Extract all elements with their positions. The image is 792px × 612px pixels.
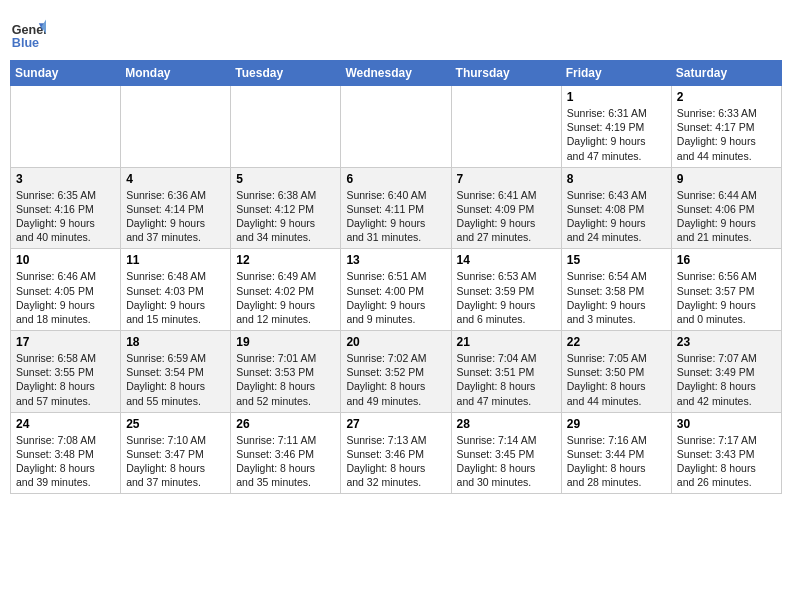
calendar-cell: 10Sunrise: 6:46 AMSunset: 4:05 PMDayligh… xyxy=(11,249,121,331)
calendar-cell: 8Sunrise: 6:43 AMSunset: 4:08 PMDaylight… xyxy=(561,167,671,249)
calendar-cell: 23Sunrise: 7:07 AMSunset: 3:49 PMDayligh… xyxy=(671,331,781,413)
calendar-cell: 14Sunrise: 6:53 AMSunset: 3:59 PMDayligh… xyxy=(451,249,561,331)
calendar-cell: 18Sunrise: 6:59 AMSunset: 3:54 PMDayligh… xyxy=(121,331,231,413)
day-number: 22 xyxy=(567,335,666,349)
calendar-table: SundayMondayTuesdayWednesdayThursdayFrid… xyxy=(10,60,782,494)
calendar-cell: 5Sunrise: 6:38 AMSunset: 4:12 PMDaylight… xyxy=(231,167,341,249)
calendar-cell: 4Sunrise: 6:36 AMSunset: 4:14 PMDaylight… xyxy=(121,167,231,249)
day-number: 15 xyxy=(567,253,666,267)
svg-text:Blue: Blue xyxy=(12,36,39,50)
day-info: Sunrise: 6:35 AMSunset: 4:16 PMDaylight:… xyxy=(16,188,115,245)
day-number: 18 xyxy=(126,335,225,349)
day-number: 11 xyxy=(126,253,225,267)
weekday-header-wednesday: Wednesday xyxy=(341,61,451,86)
day-info: Sunrise: 7:04 AMSunset: 3:51 PMDaylight:… xyxy=(457,351,556,408)
day-number: 24 xyxy=(16,417,115,431)
day-info: Sunrise: 6:33 AMSunset: 4:17 PMDaylight:… xyxy=(677,106,776,163)
day-info: Sunrise: 6:53 AMSunset: 3:59 PMDaylight:… xyxy=(457,269,556,326)
calendar-cell: 20Sunrise: 7:02 AMSunset: 3:52 PMDayligh… xyxy=(341,331,451,413)
day-number: 19 xyxy=(236,335,335,349)
calendar-cell: 16Sunrise: 6:56 AMSunset: 3:57 PMDayligh… xyxy=(671,249,781,331)
day-info: Sunrise: 6:31 AMSunset: 4:19 PMDaylight:… xyxy=(567,106,666,163)
day-info: Sunrise: 6:41 AMSunset: 4:09 PMDaylight:… xyxy=(457,188,556,245)
calendar-cell xyxy=(231,86,341,168)
day-number: 29 xyxy=(567,417,666,431)
calendar-cell: 1Sunrise: 6:31 AMSunset: 4:19 PMDaylight… xyxy=(561,86,671,168)
day-info: Sunrise: 6:46 AMSunset: 4:05 PMDaylight:… xyxy=(16,269,115,326)
calendar-cell: 6Sunrise: 6:40 AMSunset: 4:11 PMDaylight… xyxy=(341,167,451,249)
calendar-cell: 7Sunrise: 6:41 AMSunset: 4:09 PMDaylight… xyxy=(451,167,561,249)
day-number: 5 xyxy=(236,172,335,186)
calendar-cell: 9Sunrise: 6:44 AMSunset: 4:06 PMDaylight… xyxy=(671,167,781,249)
day-number: 23 xyxy=(677,335,776,349)
calendar-cell: 2Sunrise: 6:33 AMSunset: 4:17 PMDaylight… xyxy=(671,86,781,168)
day-info: Sunrise: 7:07 AMSunset: 3:49 PMDaylight:… xyxy=(677,351,776,408)
day-number: 17 xyxy=(16,335,115,349)
calendar-cell: 24Sunrise: 7:08 AMSunset: 3:48 PMDayligh… xyxy=(11,412,121,494)
day-info: Sunrise: 6:48 AMSunset: 4:03 PMDaylight:… xyxy=(126,269,225,326)
calendar-cell xyxy=(451,86,561,168)
day-number: 21 xyxy=(457,335,556,349)
day-info: Sunrise: 7:02 AMSunset: 3:52 PMDaylight:… xyxy=(346,351,445,408)
day-info: Sunrise: 6:49 AMSunset: 4:02 PMDaylight:… xyxy=(236,269,335,326)
day-number: 4 xyxy=(126,172,225,186)
day-number: 28 xyxy=(457,417,556,431)
calendar-week-5: 24Sunrise: 7:08 AMSunset: 3:48 PMDayligh… xyxy=(11,412,782,494)
day-number: 9 xyxy=(677,172,776,186)
day-info: Sunrise: 6:40 AMSunset: 4:11 PMDaylight:… xyxy=(346,188,445,245)
day-info: Sunrise: 6:44 AMSunset: 4:06 PMDaylight:… xyxy=(677,188,776,245)
day-number: 30 xyxy=(677,417,776,431)
day-info: Sunrise: 7:16 AMSunset: 3:44 PMDaylight:… xyxy=(567,433,666,490)
calendar-cell: 19Sunrise: 7:01 AMSunset: 3:53 PMDayligh… xyxy=(231,331,341,413)
calendar-cell: 15Sunrise: 6:54 AMSunset: 3:58 PMDayligh… xyxy=(561,249,671,331)
calendar-cell: 3Sunrise: 6:35 AMSunset: 4:16 PMDaylight… xyxy=(11,167,121,249)
day-info: Sunrise: 6:56 AMSunset: 3:57 PMDaylight:… xyxy=(677,269,776,326)
day-number: 8 xyxy=(567,172,666,186)
calendar-cell: 27Sunrise: 7:13 AMSunset: 3:46 PMDayligh… xyxy=(341,412,451,494)
logo-icon: General Blue xyxy=(10,16,46,52)
logo: General Blue xyxy=(10,16,52,52)
day-number: 20 xyxy=(346,335,445,349)
day-info: Sunrise: 7:08 AMSunset: 3:48 PMDaylight:… xyxy=(16,433,115,490)
calendar-cell: 13Sunrise: 6:51 AMSunset: 4:00 PMDayligh… xyxy=(341,249,451,331)
weekday-header-monday: Monday xyxy=(121,61,231,86)
weekday-header-friday: Friday xyxy=(561,61,671,86)
weekday-header-tuesday: Tuesday xyxy=(231,61,341,86)
calendar-header: SundayMondayTuesdayWednesdayThursdayFrid… xyxy=(11,61,782,86)
day-info: Sunrise: 7:11 AMSunset: 3:46 PMDaylight:… xyxy=(236,433,335,490)
day-info: Sunrise: 7:05 AMSunset: 3:50 PMDaylight:… xyxy=(567,351,666,408)
calendar-cell: 11Sunrise: 6:48 AMSunset: 4:03 PMDayligh… xyxy=(121,249,231,331)
calendar-week-4: 17Sunrise: 6:58 AMSunset: 3:55 PMDayligh… xyxy=(11,331,782,413)
calendar-cell xyxy=(341,86,451,168)
calendar-week-3: 10Sunrise: 6:46 AMSunset: 4:05 PMDayligh… xyxy=(11,249,782,331)
day-number: 2 xyxy=(677,90,776,104)
day-number: 16 xyxy=(677,253,776,267)
weekday-header-sunday: Sunday xyxy=(11,61,121,86)
calendar-body: 1Sunrise: 6:31 AMSunset: 4:19 PMDaylight… xyxy=(11,86,782,494)
calendar-cell xyxy=(121,86,231,168)
day-info: Sunrise: 6:58 AMSunset: 3:55 PMDaylight:… xyxy=(16,351,115,408)
day-number: 14 xyxy=(457,253,556,267)
weekday-header-row: SundayMondayTuesdayWednesdayThursdayFrid… xyxy=(11,61,782,86)
day-number: 27 xyxy=(346,417,445,431)
day-info: Sunrise: 6:36 AMSunset: 4:14 PMDaylight:… xyxy=(126,188,225,245)
calendar-cell: 21Sunrise: 7:04 AMSunset: 3:51 PMDayligh… xyxy=(451,331,561,413)
day-info: Sunrise: 7:13 AMSunset: 3:46 PMDaylight:… xyxy=(346,433,445,490)
day-number: 25 xyxy=(126,417,225,431)
calendar-cell: 30Sunrise: 7:17 AMSunset: 3:43 PMDayligh… xyxy=(671,412,781,494)
calendar-cell xyxy=(11,86,121,168)
day-info: Sunrise: 7:10 AMSunset: 3:47 PMDaylight:… xyxy=(126,433,225,490)
day-info: Sunrise: 6:54 AMSunset: 3:58 PMDaylight:… xyxy=(567,269,666,326)
day-number: 3 xyxy=(16,172,115,186)
calendar-cell: 28Sunrise: 7:14 AMSunset: 3:45 PMDayligh… xyxy=(451,412,561,494)
day-info: Sunrise: 7:14 AMSunset: 3:45 PMDaylight:… xyxy=(457,433,556,490)
day-number: 6 xyxy=(346,172,445,186)
calendar-cell: 29Sunrise: 7:16 AMSunset: 3:44 PMDayligh… xyxy=(561,412,671,494)
day-info: Sunrise: 7:17 AMSunset: 3:43 PMDaylight:… xyxy=(677,433,776,490)
day-info: Sunrise: 6:43 AMSunset: 4:08 PMDaylight:… xyxy=(567,188,666,245)
calendar-cell: 22Sunrise: 7:05 AMSunset: 3:50 PMDayligh… xyxy=(561,331,671,413)
day-number: 12 xyxy=(236,253,335,267)
day-number: 26 xyxy=(236,417,335,431)
day-number: 7 xyxy=(457,172,556,186)
calendar-week-2: 3Sunrise: 6:35 AMSunset: 4:16 PMDaylight… xyxy=(11,167,782,249)
